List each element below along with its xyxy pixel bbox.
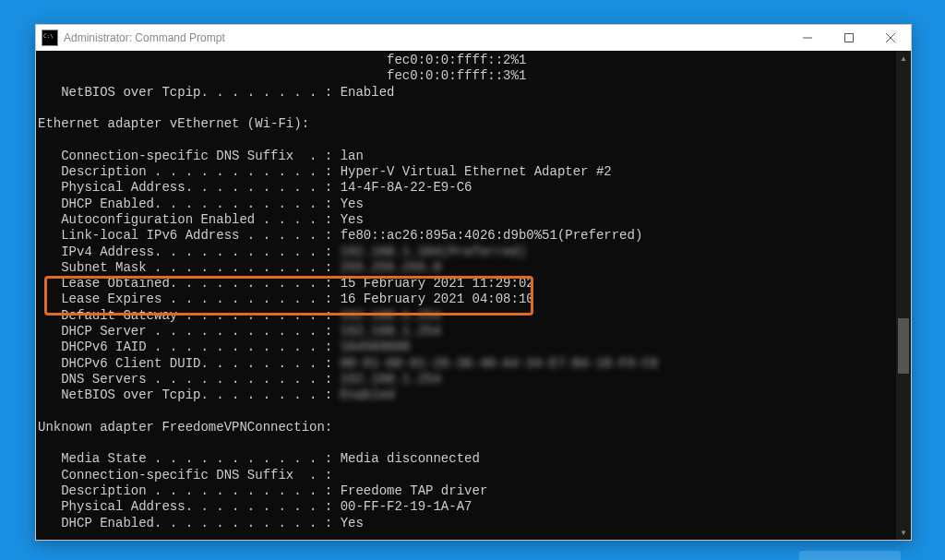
field-label: Ethernet adapter vEthernet (Wi-Fi): [38,116,309,131]
field-value: Enabled [341,85,395,100]
field-label: Autoconfiguration Enabled . . . . : [38,212,341,227]
field-value: 192.168.1.254 [341,308,441,323]
field-value: Enabled [341,387,395,402]
field-label: Lease Obtained. . . . . . . . . . : [38,276,341,291]
output-line: DHCP Server . . . . . . . . . . . : 192.… [38,324,896,340]
output-line [38,101,896,116]
field-value: 00-01-00-01-26-38-40-A4-34-E7-B4-18-F9-C… [341,356,658,371]
output-line: NetBIOS over Tcpip. . . . . . . . : Enab… [38,85,896,101]
output-line: Unknown adapter FreedomeVPNConnection: [38,420,896,435]
field-label [38,53,387,67]
field-label: DHCPv6 Client DUID. . . . . . . . : [38,356,341,371]
output-line: DHCP Enabled. . . . . . . . . . . : Yes [38,516,896,531]
field-label: Default Gateway . . . . . . . . . : [38,308,341,323]
taskbar-hint [799,551,901,560]
field-label: Connection-specific DNS Suffix . : [38,468,332,483]
field-label: Physical Address. . . . . . . . . : [38,499,341,514]
field-value: Yes [341,197,364,211]
output-line: Connection-specific DNS Suffix . : [38,468,896,483]
command-prompt-window: Administrator: Command Prompt fec0:0:0:f… [35,24,912,541]
field-value: lan [341,149,364,163]
field-value: 192.168.1.254 [341,372,441,387]
output-line: IPv4 Address. . . . . . . . . . . : 192.… [38,244,896,260]
scroll-up-arrow-icon[interactable]: ▲ [896,51,911,66]
field-label: Lease Expires . . . . . . . . . . : [38,292,341,306]
output-line: Autoconfiguration Enabled . . . . : Yes [38,212,896,228]
field-label: Link-local IPv6 Address . . . . . : [38,228,341,243]
output-line: Default Gateway . . . . . . . . . : 192.… [38,308,896,324]
output-line: DHCPv6 IAID . . . . . . . . . . . : 1845… [38,340,896,355]
field-value: 15 February 2021 11:29:02 [341,276,534,291]
output-line: Lease Expires . . . . . . . . . . : 16 F… [38,292,896,307]
maximize-button[interactable] [828,25,869,51]
field-label: DHCPv6 IAID . . . . . . . . . . . : [38,340,341,354]
field-label: Media State . . . . . . . . . . . : [38,451,341,466]
field-value: 255.255.255.0 [341,260,441,275]
field-label: DHCP Server . . . . . . . . . . . : [38,324,341,339]
cmd-icon [42,30,58,46]
field-label: DHCP Enabled. . . . . . . . . . . : [38,197,341,211]
console-area: fec0:0:0:ffff::2%1 fec0:0:0:ffff::3%1 Ne… [36,51,911,540]
window-controls [786,25,911,51]
console-output[interactable]: fec0:0:0:ffff::2%1 fec0:0:0:ffff::3%1 Ne… [36,51,896,540]
field-label: Description . . . . . . . . . . . : [38,164,341,179]
output-line: NetBIOS over Tcpip. . . . . . . . : Enab… [38,387,896,403]
scroll-down-arrow-icon[interactable]: ▼ [896,525,911,540]
field-label: NetBIOS over Tcpip. . . . . . . . : [38,387,341,402]
output-line: Description . . . . . . . . . . . : Hype… [38,164,896,180]
output-line: Lease Obtained. . . . . . . . . . : 15 F… [38,276,896,292]
close-button[interactable] [869,25,911,51]
field-value: Yes [341,212,364,227]
output-line: Media State . . . . . . . . . . . : Medi… [38,451,896,467]
output-line: Ethernet adapter vEthernet (Wi-Fi): [38,116,896,132]
field-value: Freedome TAP driver [341,483,488,498]
output-line [38,435,896,451]
minimize-button[interactable] [786,25,828,51]
field-label: Connection-specific DNS Suffix . : [38,149,341,163]
output-line: Connection-specific DNS Suffix . : lan [38,149,896,164]
output-line: Link-local IPv6 Address . . . . . : fe80… [38,228,896,244]
field-value: Yes [341,516,364,530]
field-label: IPv4 Address. . . . . . . . . . . : [38,244,341,259]
field-value: 184569608 [341,340,411,354]
field-value: fec0:0:0:ffff::2%1 [387,53,526,67]
field-label: Unknown adapter FreedomeVPNConnection: [38,420,332,435]
output-line: Subnet Mask . . . . . . . . . . . : 255.… [38,260,896,276]
output-line: DHCP Enabled. . . . . . . . . . . : Yes [38,197,896,212]
window-title: Administrator: Command Prompt [64,31,786,44]
field-label: DHCP Enabled. . . . . . . . . . . : [38,516,341,530]
output-line: Physical Address. . . . . . . . . : 00-F… [38,499,896,515]
scrollbar-track[interactable] [896,66,911,525]
field-label: Subnet Mask . . . . . . . . . . . : [38,260,341,275]
output-line [38,132,896,148]
field-label: DNS Servers . . . . . . . . . . . : [38,372,341,387]
field-label: NetBIOS over Tcpip. . . . . . . . : [38,85,341,100]
output-line: DHCPv6 Client DUID. . . . . . . . : 00-0… [38,356,896,372]
output-line: Description . . . . . . . . . . . : Free… [38,483,896,499]
field-value: 192.168.1.254 [341,324,441,339]
field-value: fec0:0:0:ffff::3%1 [387,68,526,83]
output-line: fec0:0:0:ffff::2%1 [38,53,896,68]
field-label: Description . . . . . . . . . . . : [38,483,341,498]
output-line [38,404,896,420]
field-value: fe80::ac26:895a:4026:d9b0%51(Preferred) [341,228,643,243]
field-value: Hyper-V Virtual Ethernet Adapter #2 [341,164,612,179]
vertical-scrollbar[interactable]: ▲ ▼ [896,51,911,540]
field-value: 192.168.1.104(Preferred) [341,244,527,259]
titlebar[interactable]: Administrator: Command Prompt [36,25,911,51]
field-value: 00-FF-F2-19-1A-A7 [341,499,472,514]
scrollbar-thumb[interactable] [898,318,909,374]
svg-rect-1 [844,34,853,42]
field-label: Physical Address. . . . . . . . . : [38,180,341,195]
output-line: fec0:0:0:ffff::3%1 [38,68,896,84]
field-value: 14-4F-8A-22-E9-C6 [341,180,472,195]
field-label [38,68,387,83]
field-value: Media disconnected [341,451,480,466]
output-line: DNS Servers . . . . . . . . . . . : 192.… [38,372,896,387]
output-line: Physical Address. . . . . . . . . : 14-4… [38,180,896,196]
field-value: 16 February 2021 04:08:10 [341,292,534,306]
